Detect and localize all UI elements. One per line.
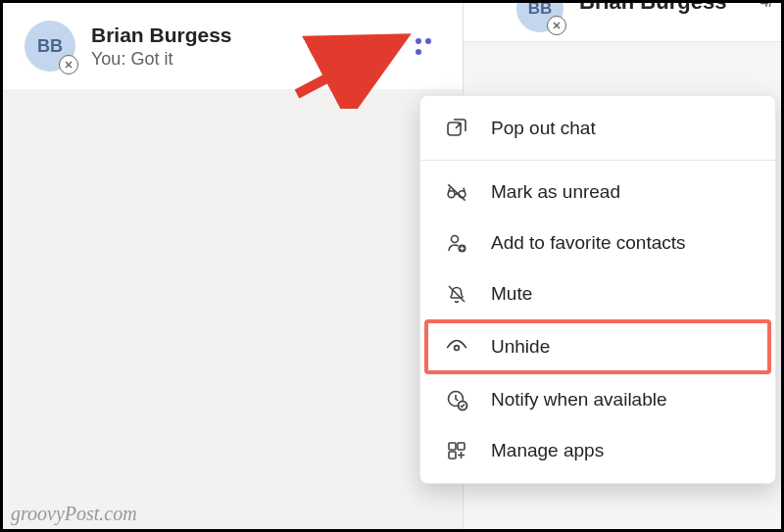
menu-item-manage-apps[interactable]: Manage apps xyxy=(420,425,775,476)
more-options-button[interactable] xyxy=(414,33,439,59)
svg-line-11 xyxy=(449,286,465,302)
apps-icon xyxy=(444,438,469,463)
chat-header-timestamp: 4/ xyxy=(760,3,773,11)
chat-name: Brian Burgess xyxy=(91,24,367,47)
context-menu: Pop out chat Mark as unread Add to favor… xyxy=(419,95,776,484)
svg-point-9 xyxy=(452,236,459,243)
menu-item-notify[interactable]: Notify when available xyxy=(420,374,775,425)
ellipsis-icon xyxy=(414,35,439,57)
menu-item-mute[interactable]: Mute xyxy=(420,268,775,319)
svg-rect-16 xyxy=(449,443,456,450)
clock-check-icon xyxy=(444,387,469,412)
chat-header-name: Brian Burgess xyxy=(579,3,726,15)
avatar: BB xyxy=(24,21,75,72)
chat-list-item[interactable]: BB Brian Burgess You: Got it xyxy=(3,3,463,89)
svg-point-12 xyxy=(455,346,460,351)
menu-label: Unhide xyxy=(491,336,550,358)
menu-item-unhide[interactable]: Unhide xyxy=(426,321,769,372)
menu-item-pop-out[interactable]: Pop out chat xyxy=(420,103,775,154)
svg-rect-17 xyxy=(458,443,465,450)
pop-out-icon[interactable] xyxy=(367,33,392,59)
menu-label: Mute xyxy=(491,283,532,305)
chat-list-panel: BB Brian Burgess You: Got it xyxy=(3,3,464,529)
chat-text: Brian Burgess You: Got it xyxy=(91,24,367,70)
menu-item-add-favorite[interactable]: Add to favorite contacts xyxy=(420,218,775,268)
chat-header: BB Brian Burgess 4/ xyxy=(464,3,783,42)
chat-preview: You: Got it xyxy=(91,49,367,70)
menu-label: Add to favorite contacts xyxy=(491,232,686,254)
watermark: groovyPost.com xyxy=(11,503,137,525)
bell-off-icon xyxy=(444,281,469,307)
eye-icon xyxy=(444,334,469,360)
menu-label: Manage apps xyxy=(491,440,604,461)
svg-rect-18 xyxy=(449,452,456,459)
presence-offline-icon xyxy=(59,55,78,74)
menu-label: Notify when available xyxy=(491,389,667,411)
avatar: BB xyxy=(516,3,564,32)
menu-label: Mark as unread xyxy=(491,181,620,203)
presence-offline-icon xyxy=(547,16,566,35)
menu-item-mark-unread[interactable]: Mark as unread xyxy=(420,167,775,218)
glasses-off-icon xyxy=(444,179,469,205)
menu-divider xyxy=(420,160,775,161)
chat-actions xyxy=(367,33,449,59)
pop-out-icon xyxy=(444,116,469,141)
menu-label: Pop out chat xyxy=(491,118,596,139)
person-add-icon xyxy=(444,230,469,256)
